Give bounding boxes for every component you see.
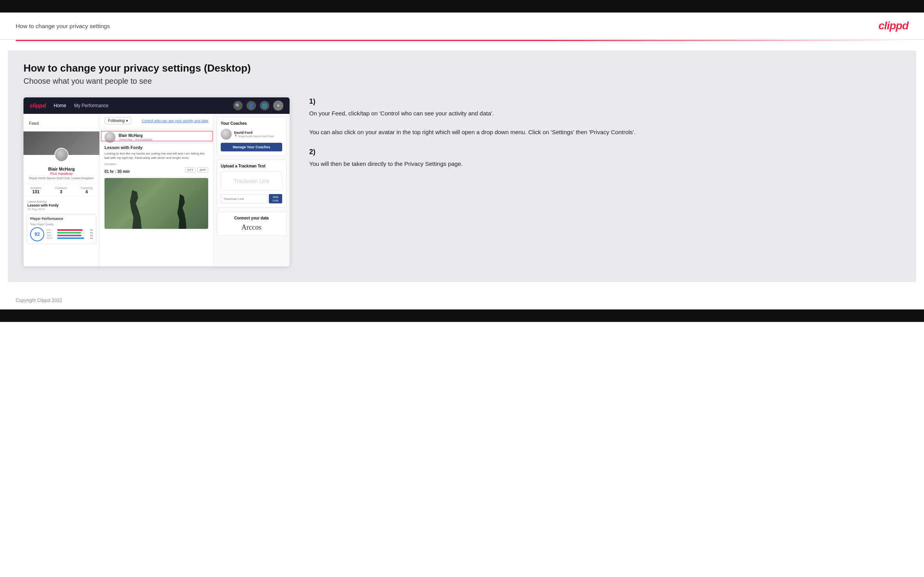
activities-label: Activities bbox=[31, 187, 41, 189]
coaches-title: Your Coaches bbox=[221, 121, 282, 126]
trackman-input-row: Add Link bbox=[221, 194, 282, 203]
search-icon[interactable]: 🔍 bbox=[233, 101, 243, 110]
post-tags: OTT APP bbox=[185, 167, 208, 173]
nav-my-performance[interactable]: My Performance bbox=[74, 103, 108, 108]
post-user-row: Blair McHarg Yesterday · Sunningdale bbox=[104, 132, 208, 143]
app-body: Feed Blair McHarg Plus Handicap Royal No… bbox=[23, 114, 290, 266]
coach-row: David Ford 📍 Royal North Devon Golf Club bbox=[221, 129, 282, 140]
trackman-input[interactable] bbox=[221, 194, 267, 203]
app-nav: clippd Home My Performance 🔍 👤 🌐 ▼ bbox=[23, 97, 290, 114]
main-content: How to change your privacy settings (Des… bbox=[8, 50, 916, 282]
player-performance-box: Player Performance Total Player Quality … bbox=[27, 214, 96, 244]
pin-icon: 📍 bbox=[234, 135, 238, 138]
user-icon[interactable]: 👤 bbox=[247, 101, 256, 110]
instruction-1-text: On your Feed, click/tap on 'Control who … bbox=[309, 109, 897, 137]
add-link-button[interactable]: Add Link bbox=[269, 194, 282, 203]
golfer-silhouette-1 bbox=[125, 190, 149, 229]
post-avatar bbox=[104, 132, 115, 143]
manage-coaches-button[interactable]: Manage Your Coaches bbox=[221, 143, 282, 151]
bar-app: APP 85 bbox=[47, 232, 93, 234]
bar-arg: ARG 86 bbox=[47, 234, 93, 237]
player-perf-title: Player Performance bbox=[30, 217, 93, 221]
post-user-name: Blair McHarg bbox=[119, 133, 152, 138]
trackman-placeholder: Trackman Link bbox=[221, 171, 282, 191]
instruction-1-number: 1) bbox=[309, 97, 897, 106]
control-privacy-link[interactable]: Control who can see your activity and da… bbox=[142, 119, 208, 123]
stat-activities: Activities 131 bbox=[31, 187, 41, 194]
stat-following: Following 4 bbox=[81, 187, 93, 194]
lesson-post: Blair McHarg Yesterday · Sunningdale Les… bbox=[100, 128, 213, 233]
tag-ott: OTT bbox=[185, 167, 196, 173]
instructions: 1) On your Feed, click/tap on 'Control w… bbox=[305, 97, 901, 180]
header-title: How to change your privacy settings bbox=[16, 23, 110, 29]
golfer-silhouette-2 bbox=[173, 194, 193, 229]
post-duration-label: Duration bbox=[104, 162, 208, 166]
instruction-1: 1) On your Feed, click/tap on 'Control w… bbox=[309, 97, 897, 137]
app-logo: clippd bbox=[30, 102, 46, 109]
quality-bars: OTT 90 APP 85 ARG bbox=[47, 229, 93, 240]
profile-name: Blair McHarg bbox=[23, 167, 99, 171]
post-image bbox=[104, 178, 208, 229]
footer: Copyright Clippd 2022 bbox=[0, 291, 924, 309]
profile-club: Royal North Devon Golf Club, United King… bbox=[23, 176, 99, 180]
globe-icon[interactable]: 🌐 bbox=[260, 101, 269, 110]
followers-label: Followers bbox=[55, 187, 67, 189]
instruction-2: 2) You will then be taken directly to th… bbox=[309, 148, 897, 169]
tag-app: APP bbox=[197, 167, 208, 173]
content-grid: clippd Home My Performance 🔍 👤 🌐 ▼ Feed bbox=[23, 97, 901, 266]
post-body: Looking to feel like my hands are exitin… bbox=[104, 151, 208, 160]
following-label: Following bbox=[81, 187, 93, 189]
profile-label: Plus Handicap bbox=[23, 172, 99, 176]
upload-section: Upload a Trackman Test Trackman Link Add… bbox=[216, 160, 286, 208]
nav-home[interactable]: Home bbox=[54, 103, 66, 108]
stat-followers: Followers 3 bbox=[55, 187, 67, 194]
latest-activity-label: Latest Activity bbox=[23, 200, 99, 203]
app-screenshot: clippd Home My Performance 🔍 👤 🌐 ▼ Feed bbox=[23, 97, 290, 266]
profile-stats: Activities 131 Followers 3 Following 4 bbox=[23, 184, 99, 197]
feed-tab[interactable]: Feed bbox=[23, 119, 99, 128]
coaches-section: Your Coaches David Ford 📍 Royal North De… bbox=[216, 117, 286, 156]
copyright: Copyright Clippd 2022 bbox=[16, 298, 62, 303]
header-divider bbox=[16, 40, 908, 41]
upload-title: Upload a Trackman Test bbox=[221, 164, 282, 168]
bar-putt: PUTT 96 bbox=[47, 237, 93, 239]
avatar bbox=[54, 148, 68, 162]
page-heading: How to change your privacy settings (Des… bbox=[23, 62, 901, 74]
post-duration-value: 01 hr : 30 min bbox=[104, 169, 130, 174]
connect-title: Connect your data bbox=[221, 216, 282, 220]
app-feed: Following ▾ Control who can see your act… bbox=[100, 114, 213, 266]
avatar-image bbox=[55, 149, 68, 161]
app-right-panel: Your Coaches David Ford 📍 Royal North De… bbox=[213, 114, 290, 266]
feed-header: Following ▾ Control who can see your act… bbox=[100, 114, 213, 128]
instruction-2-number: 2) bbox=[309, 148, 897, 156]
nav-icons: 🔍 👤 🌐 ▼ bbox=[233, 101, 283, 111]
avatar-icon[interactable]: ▼ bbox=[273, 101, 283, 111]
followers-value: 3 bbox=[55, 189, 67, 194]
bar-ott: OTT 90 bbox=[47, 229, 93, 231]
bottom-bar bbox=[0, 309, 924, 322]
post-title: Lesson with Fordy bbox=[104, 145, 208, 150]
quality-score: 92 bbox=[30, 227, 44, 241]
header: How to change your privacy settings clip… bbox=[0, 13, 924, 40]
latest-activity-name: Lesson with Fordy bbox=[23, 203, 99, 207]
activities-value: 131 bbox=[31, 189, 41, 194]
top-bar bbox=[0, 0, 924, 13]
logo: clippd bbox=[879, 20, 908, 32]
following-value: 4 bbox=[81, 189, 93, 194]
instruction-2-text: You will then be taken directly to the P… bbox=[309, 159, 897, 169]
quality-row: 92 OTT 90 APP 85 bbox=[30, 227, 93, 241]
post-user-location: Yesterday · Sunningdale bbox=[119, 138, 152, 141]
profile-cover bbox=[23, 131, 99, 155]
page-subheading: Choose what you want people to see bbox=[23, 77, 901, 86]
arccos-section: Connect your data Arccos bbox=[216, 212, 286, 236]
app-sidebar: Feed Blair McHarg Plus Handicap Royal No… bbox=[23, 114, 100, 266]
arccos-title: Arccos bbox=[221, 223, 282, 232]
coach-club: Royal North Devon Golf Club bbox=[238, 135, 274, 138]
latest-activity-date: 03 Aug 2022 bbox=[23, 207, 99, 211]
following-button[interactable]: Following ▾ bbox=[104, 117, 131, 124]
coach-avatar bbox=[221, 129, 232, 140]
coach-name: David Ford bbox=[234, 131, 274, 135]
total-quality-label: Total Player Quality bbox=[30, 223, 93, 226]
